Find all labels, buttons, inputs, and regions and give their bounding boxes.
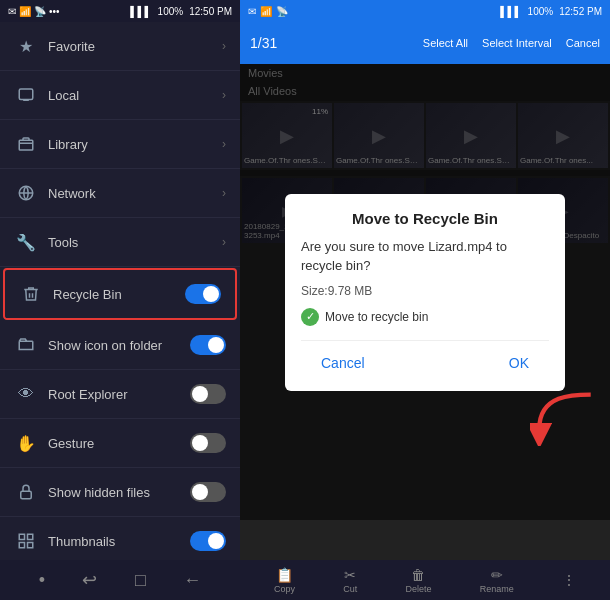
library-icon <box>14 132 38 156</box>
root-explorer-toggle[interactable] <box>190 384 226 404</box>
status-icons-right: ✉ 📶 📡 <box>248 6 288 17</box>
dots-icon: ••• <box>49 6 60 17</box>
svg-rect-5 <box>21 491 32 499</box>
signal-bars-right: ▌▌▌ <box>500 6 521 17</box>
svg-rect-7 <box>28 534 33 539</box>
return-icon[interactable]: ↩ <box>82 569 97 591</box>
signal-bars: ▌▌▌ <box>130 6 151 17</box>
local-icon <box>14 83 38 107</box>
sidebar-item-library[interactable]: Library › <box>0 120 240 169</box>
sidebar-item-recycle-bin[interactable]: Recycle Bin <box>3 268 237 320</box>
sidebar-item-label: Library <box>48 137 222 152</box>
top-bar-actions: Select All Select Interval Cancel <box>423 37 600 49</box>
sidebar-item-local[interactable]: Local › <box>0 71 240 120</box>
chevron-icon: › <box>222 137 226 151</box>
check-icon: ✓ <box>301 308 319 326</box>
root-explorer-icon: 👁 <box>14 382 38 406</box>
select-all-btn[interactable]: Select All <box>423 37 468 49</box>
show-hidden-files-icon <box>14 480 38 504</box>
wifi-icon-right: 📶 <box>260 6 272 17</box>
rename-action[interactable]: ✏ Rename <box>480 567 514 594</box>
more-icon: ⋮ <box>562 572 576 588</box>
sidebar-item-label: Tools <box>48 235 222 250</box>
svg-rect-8 <box>19 543 24 548</box>
battery-left: 100% <box>158 6 184 17</box>
favorite-icon: ★ <box>14 34 38 58</box>
dot-icon: • <box>39 570 45 591</box>
dialog-title: Move to Recycle Bin <box>301 210 549 227</box>
cut-icon: ✂ <box>344 567 356 583</box>
recycle-bin-toggle[interactable] <box>185 284 221 304</box>
rename-label: Rename <box>480 584 514 594</box>
sidebar-item-label: Favorite <box>48 39 222 54</box>
dialog-ok-btn[interactable]: OK <box>489 351 549 375</box>
more-action[interactable]: ⋮ <box>562 572 576 588</box>
svg-rect-6 <box>19 534 24 539</box>
cancel-btn[interactable]: Cancel <box>566 37 600 49</box>
dialog-cancel-btn[interactable]: Cancel <box>301 351 385 375</box>
recycle-bin-icon <box>19 282 43 306</box>
sidebar-item-root-explorer[interactable]: 👁 Root Explorer <box>0 370 240 419</box>
select-interval-btn[interactable]: Select Interval <box>482 37 552 49</box>
wifi-icon: 📶 <box>19 6 31 17</box>
battery-right: 100% <box>528 6 554 17</box>
back-icon[interactable]: ← <box>183 570 201 591</box>
bottom-bar-right: 📋 Copy ✂ Cut 🗑 Delete ✏ Rename ⋮ <box>240 560 610 600</box>
menu-list: ★ Favorite › Local › Library › Network <box>0 22 240 560</box>
svg-rect-2 <box>19 140 33 150</box>
signal-icon-right: 📡 <box>276 6 288 17</box>
show-icon-folder-icon <box>14 333 38 357</box>
sidebar-item-label: Show hidden files <box>48 485 190 500</box>
delete-label: Delete <box>405 584 431 594</box>
sidebar-item-label: Root Explorer <box>48 387 190 402</box>
show-hidden-files-toggle[interactable] <box>190 482 226 502</box>
gesture-toggle[interactable] <box>190 433 226 453</box>
chevron-icon: › <box>222 39 226 53</box>
dialog-buttons: Cancel OK <box>301 340 549 375</box>
status-icons-left: ✉ 📶 📡 ••• <box>8 6 60 17</box>
sidebar-item-network[interactable]: Network › <box>0 169 240 218</box>
chevron-icon: › <box>222 235 226 249</box>
bottom-bar-left: • ↩ □ ← <box>0 560 240 600</box>
sidebar-item-show-icon-folder[interactable]: Show icon on folder <box>0 321 240 370</box>
time-right: 12:52 PM <box>559 6 602 17</box>
copy-label: Copy <box>274 584 295 594</box>
chevron-icon: › <box>222 186 226 200</box>
thumbnails-icon <box>14 529 38 553</box>
svg-rect-1 <box>23 100 29 102</box>
thumbnails-toggle[interactable] <box>190 531 226 551</box>
sidebar-item-label: Thumbnails <box>48 534 190 549</box>
svg-rect-0 <box>19 89 33 100</box>
sidebar-item-label: Recycle Bin <box>53 287 185 302</box>
msg-icon-right: ✉ <box>248 6 256 17</box>
sidebar-item-favorite[interactable]: ★ Favorite › <box>0 22 240 71</box>
dialog-overlay: Move to Recycle Bin Are you sure to move… <box>240 64 610 520</box>
status-bar-right: ✉ 📶 📡 ▌▌▌ 100% 12:52 PM <box>240 0 610 22</box>
gesture-icon: ✋ <box>14 431 38 455</box>
sidebar-item-gesture[interactable]: ✋ Gesture <box>0 419 240 468</box>
sidebar-item-label: Local <box>48 88 222 103</box>
sidebar-item-show-hidden-files[interactable]: Show hidden files <box>0 468 240 517</box>
counter-label: 1/31 <box>250 35 277 51</box>
sidebar-item-thumbnails[interactable]: Thumbnails <box>0 517 240 560</box>
status-bar-left: ✉ 📶 📡 ••• ▌▌▌ 100% 12:50 PM <box>0 0 240 22</box>
dialog-box: Move to Recycle Bin Are you sure to move… <box>285 194 565 391</box>
left-panel: ✉ 📶 📡 ••• ▌▌▌ 100% 12:50 PM ★ Favorite ›… <box>0 0 240 600</box>
status-right-left: ▌▌▌ 100% 12:50 PM <box>130 6 232 17</box>
delete-action[interactable]: 🗑 Delete <box>405 567 431 594</box>
dialog-size: Size:9.78 MB <box>301 284 549 298</box>
cut-action[interactable]: ✂ Cut <box>343 567 357 594</box>
chevron-icon: › <box>222 88 226 102</box>
sidebar-item-label: Gesture <box>48 436 190 451</box>
video-grid-container: Movies All Videos ▶ 11% Game.Of.Thr ones… <box>240 64 610 560</box>
cut-label: Cut <box>343 584 357 594</box>
svg-rect-9 <box>28 543 33 548</box>
time-left: 12:50 PM <box>189 6 232 17</box>
sidebar-item-tools[interactable]: 🔧 Tools › <box>0 218 240 267</box>
tools-icon: 🔧 <box>14 230 38 254</box>
square-icon[interactable]: □ <box>135 570 146 591</box>
sidebar-item-label: Network <box>48 186 222 201</box>
copy-action[interactable]: 📋 Copy <box>274 567 295 594</box>
show-icon-folder-toggle[interactable] <box>190 335 226 355</box>
sidebar-item-label: Show icon on folder <box>48 338 190 353</box>
